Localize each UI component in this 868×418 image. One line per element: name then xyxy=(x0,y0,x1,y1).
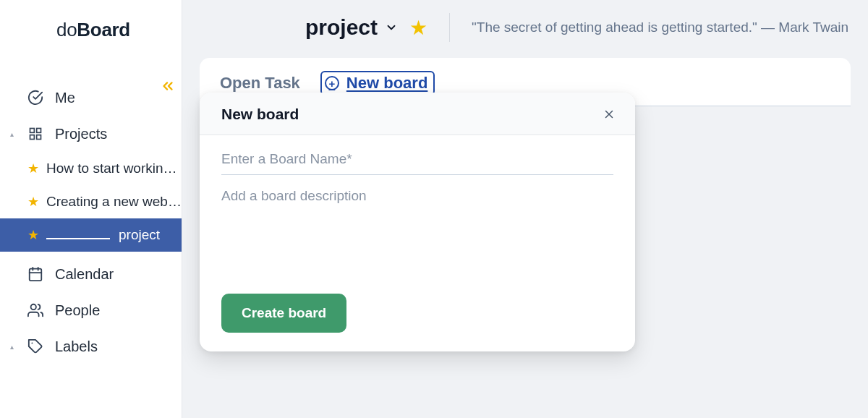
svg-rect-2 xyxy=(30,135,35,140)
svg-rect-3 xyxy=(37,135,41,140)
modal-header: New board xyxy=(200,93,635,135)
collapse-triangle-icon[interactable]: ▴ xyxy=(10,343,14,351)
header: project ★ "The secret of getting ahead i… xyxy=(182,0,868,54)
project-title: project xyxy=(305,15,378,40)
nav-people-label: People xyxy=(55,302,100,319)
nav-projects-label: Projects xyxy=(55,126,107,142)
grid-icon xyxy=(27,126,43,142)
nav-projects[interactable]: ▴ Projects xyxy=(0,116,182,152)
star-icon: ★ xyxy=(27,194,39,210)
redacted-text xyxy=(46,238,110,239)
logo[interactable]: doBoard xyxy=(0,0,182,58)
check-circle-icon xyxy=(27,90,43,106)
sidebar-item-label: How to start workin… xyxy=(46,161,177,176)
chevron-down-icon[interactable] xyxy=(385,21,398,34)
tag-icon xyxy=(27,338,43,354)
divider xyxy=(449,13,450,42)
sidebar-item-project-1[interactable]: ★ Creating a new web… xyxy=(0,185,182,218)
board-description-input[interactable] xyxy=(221,175,613,291)
close-icon[interactable] xyxy=(602,107,616,121)
nav: Me ▴ Projects ★ How to start workin… ★ C… xyxy=(0,80,182,364)
new-board-modal: New board Create board xyxy=(200,93,635,351)
sidebar: doBoard Me ▴ Projects ★ How to start xyxy=(0,0,182,418)
star-icon: ★ xyxy=(27,227,39,243)
content: Open Task + New board New board Crea xyxy=(182,54,868,106)
nav-people[interactable]: People xyxy=(0,292,182,328)
sidebar-item-project-2[interactable]: ★ project xyxy=(0,218,182,252)
nav-me-label: Me xyxy=(55,90,75,106)
logo-text: doBoard xyxy=(56,19,130,41)
sidebar-item-label: Creating a new web… xyxy=(46,194,182,210)
header-quote: "The secret of getting ahead is getting … xyxy=(472,20,848,35)
svg-rect-1 xyxy=(37,129,41,133)
project-title-group: project ★ xyxy=(305,15,427,40)
logo-icon xyxy=(25,17,49,42)
calendar-icon xyxy=(27,266,43,282)
board-name-input[interactable] xyxy=(221,141,613,175)
modal-title: New board xyxy=(221,106,299,123)
nav-labels-label: Labels xyxy=(55,338,98,355)
svg-point-8 xyxy=(31,304,36,310)
favorite-star-icon[interactable]: ★ xyxy=(409,16,427,40)
tab-open-task[interactable]: Open Task xyxy=(220,74,300,93)
modal-body: Create board xyxy=(200,135,635,351)
create-board-button[interactable]: Create board xyxy=(221,294,346,333)
tab-new-board-label: New board xyxy=(346,74,427,93)
tab-new-board[interactable]: + New board xyxy=(320,71,435,95)
plus-circle-icon: + xyxy=(325,76,339,90)
svg-rect-0 xyxy=(30,129,35,133)
nav-calendar-label: Calendar xyxy=(55,266,114,283)
sidebar-item-label: project xyxy=(119,227,160,243)
collapse-triangle-icon[interactable]: ▴ xyxy=(10,130,14,138)
svg-rect-4 xyxy=(30,269,42,281)
nav-calendar[interactable]: Calendar xyxy=(0,256,182,292)
main: project ★ "The secret of getting ahead i… xyxy=(182,0,868,418)
star-icon: ★ xyxy=(27,161,39,176)
nav-labels[interactable]: ▴ Labels xyxy=(0,328,182,364)
nav-me[interactable]: Me xyxy=(0,80,182,116)
sidebar-item-project-0[interactable]: ★ How to start workin… xyxy=(0,152,182,185)
people-icon xyxy=(27,302,43,318)
